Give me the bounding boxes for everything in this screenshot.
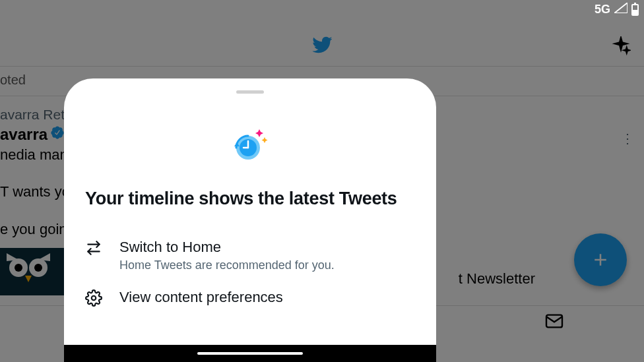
sheet-title: Your timeline shows the latest Tweets — [64, 189, 436, 209]
sheet-hero-icon — [64, 125, 436, 162]
option-subtitle: Home Tweets are recommended for you. — [119, 258, 415, 272]
switch-to-home-option[interactable]: Switch to Home Home Tweets are recommend… — [64, 230, 436, 280]
status-bar: 5G — [595, 3, 639, 16]
content-preferences-option[interactable]: View content preferences — [64, 280, 436, 317]
swap-arrows-icon — [85, 239, 102, 259]
timeline-options-sheet: Your timeline shows the latest Tweets Sw… — [64, 78, 436, 345]
gear-icon — [85, 289, 102, 309]
home-indicator[interactable] — [197, 352, 303, 355]
signal-icon — [614, 3, 628, 16]
navigation-bar — [64, 345, 436, 362]
battery-icon — [631, 4, 639, 16]
svg-point-12 — [92, 295, 96, 300]
option-title: Switch to Home — [119, 238, 415, 257]
network-label: 5G — [595, 3, 610, 16]
option-title: View content preferences — [119, 288, 415, 307]
sheet-drag-handle[interactable] — [236, 90, 264, 94]
